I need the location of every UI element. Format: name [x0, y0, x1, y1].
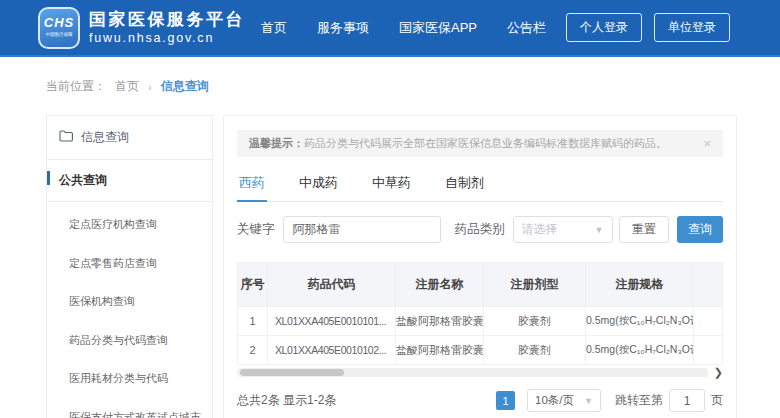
- breadcrumb-current: 信息查询: [161, 78, 209, 95]
- sidebar-section-label: 信息查询: [81, 129, 129, 146]
- main-nav: 首页服务事项国家医保APP公告栏: [261, 19, 546, 37]
- table-cell: [694, 336, 723, 365]
- site-title: 国家医保服务平台: [89, 10, 245, 30]
- breadcrumb: 当前位置： 首页 › 信息查询: [46, 78, 780, 95]
- notice-prefix: 温馨提示：: [249, 137, 304, 149]
- tab-western-medicine[interactable]: 西药: [237, 170, 267, 202]
- table-cell: XL01XXA405E0010102...: [268, 336, 396, 365]
- horizontal-scrollbar: ❯: [237, 367, 723, 378]
- unit-login-button[interactable]: 单位登录: [654, 13, 730, 42]
- table-row: 2XL01XXA405E0010102...盐酸阿那格雷胶囊胶囊剂0.5mg(按…: [238, 336, 723, 365]
- tab-chinese-patent-medicine[interactable]: 中成药: [297, 170, 340, 201]
- jump-suffix: 页: [711, 392, 723, 409]
- breadcrumb-home[interactable]: 首页: [115, 78, 139, 95]
- site-header: CHS 中国医疗保障 国家医保服务平台 fuwu.nhsa.gov.cn 首页服…: [0, 0, 780, 57]
- notice-body: 药品分类与代码展示全部在国家医保信息业务编码标准数据库赋码的药品。: [304, 137, 667, 149]
- category-placeholder: 请选择: [522, 221, 558, 238]
- tab-chinese-herbal-medicine[interactable]: 中草药: [370, 170, 413, 201]
- table-cell: 胶囊剂: [484, 307, 586, 336]
- content: 信息查询 公共查询 定点医疗机构查询定点零售药店查询医保机构查询药品分类与代码查…: [46, 115, 737, 418]
- page-size-value: 10条/页: [535, 393, 574, 408]
- column-header-4: 注册剂型: [484, 263, 586, 307]
- nav-item-service-items[interactable]: 服务事项: [317, 19, 369, 37]
- column-header-clipped: [694, 263, 723, 307]
- logo-subtext: 中国医疗保障: [46, 32, 73, 37]
- breadcrumb-separator-icon: ›: [148, 81, 152, 93]
- site-title-block: 国家医保服务平台 fuwu.nhsa.gov.cn: [89, 10, 245, 46]
- table-cell: [694, 307, 723, 336]
- search-button[interactable]: 查询: [677, 216, 723, 243]
- table-cell: 盐酸阿那格雷胶囊: [396, 307, 484, 336]
- breadcrumb-prefix: 当前位置：: [46, 78, 106, 95]
- jump-prefix: 跳转至第: [615, 392, 663, 409]
- sidebar-item-3[interactable]: 医保机构查询: [47, 282, 212, 321]
- personal-login-button[interactable]: 个人登录: [566, 13, 642, 42]
- table-cell: 胶囊剂: [484, 336, 586, 365]
- chevron-down-icon: ▼: [584, 396, 593, 406]
- login-buttons: 个人登录单位登录: [566, 13, 730, 42]
- category-select[interactable]: 请选择 ▼: [513, 216, 613, 243]
- page-size-select[interactable]: 10条/页 ▼: [527, 389, 601, 412]
- pagination-bar: 总共2条 显示1-2条 1 10条/页 ▼ 跳转至第 页: [237, 389, 723, 412]
- chevron-down-icon: ▼: [595, 225, 604, 235]
- sidebar-list: 定点医疗机构查询定点零售药店查询医保机构查询药品分类与代码查询医用耗材分类与代码…: [47, 202, 212, 418]
- keyword-label: 关键字: [237, 221, 275, 238]
- table-cell: 盐酸阿那格雷胶囊: [396, 336, 484, 365]
- scrollbar-track[interactable]: [237, 368, 708, 377]
- column-header-3: 注册名称: [396, 263, 484, 307]
- site-logo[interactable]: CHS 中国医疗保障: [38, 7, 80, 49]
- tab-self-prepared[interactable]: 自制剂: [443, 170, 486, 201]
- table-cell: 1: [238, 307, 268, 336]
- nav-item-bulletin[interactable]: 公告栏: [507, 19, 546, 37]
- drug-table: 序号药品代码注册名称注册剂型注册规格 1XL01XXA405E0010101..…: [237, 262, 723, 378]
- reset-button[interactable]: 重置: [619, 216, 669, 243]
- column-header-2: 药品代码: [268, 263, 396, 307]
- nav-item-home[interactable]: 首页: [261, 19, 287, 37]
- keyword-input[interactable]: [283, 216, 441, 243]
- table-cell: XL01XXA405E0010101...: [268, 307, 396, 336]
- table-header-row: 序号药品代码注册名称注册剂型注册规格: [238, 263, 723, 307]
- column-header-5: 注册规格: [586, 263, 694, 307]
- scroll-right-icon[interactable]: ❯: [714, 367, 723, 378]
- jump-page-input[interactable]: [669, 389, 705, 412]
- sidebar: 信息查询 公共查询 定点医疗机构查询定点零售药店查询医保机构查询药品分类与代码查…: [46, 115, 213, 418]
- sidebar-item-4[interactable]: 药品分类与代码查询: [47, 321, 212, 360]
- sidebar-item-2[interactable]: 定点零售药店查询: [47, 244, 212, 283]
- pagination-total: 总共2条 显示1-2条: [237, 392, 336, 409]
- table-cell: 0.5mg(按C₁₀H₇Cl₂N₃O计): [586, 307, 694, 336]
- notice-text: 温馨提示：药品分类与代码展示全部在国家医保信息业务编码标准数据库赋码的药品。: [249, 136, 695, 151]
- page: CHS 中国医疗保障 国家医保服务平台 fuwu.nhsa.gov.cn 首页服…: [0, 0, 780, 418]
- sidebar-item-6[interactable]: 医保支付方式改革试点城市: [47, 398, 212, 418]
- notice-banner: 温馨提示：药品分类与代码展示全部在国家医保信息业务编码标准数据库赋码的药品。 ×: [237, 130, 723, 157]
- sidebar-item-5[interactable]: 医用耗材分类与代码: [47, 359, 212, 398]
- table-row: 1XL01XXA405E0010101...盐酸阿那格雷胶囊胶囊剂0.5mg(按…: [238, 307, 723, 336]
- sidebar-section-header[interactable]: 信息查询: [47, 116, 212, 160]
- sidebar-item-1[interactable]: 定点医疗机构查询: [47, 205, 212, 244]
- column-header-1: 序号: [238, 263, 268, 307]
- table-cell: 0.5mg(按C₁₀H₇Cl₂N₃O计): [586, 336, 694, 365]
- logo-text: CHS: [44, 16, 74, 29]
- close-icon[interactable]: ×: [703, 137, 711, 150]
- main-panel: 温馨提示：药品分类与代码展示全部在国家医保信息业务编码标准数据库赋码的药品。 ×…: [223, 115, 737, 418]
- category-label: 药品类别: [455, 221, 505, 238]
- site-url: fuwu.nhsa.gov.cn: [89, 31, 245, 45]
- table-cell: 2: [238, 336, 268, 365]
- page-jump: 跳转至第 页: [615, 389, 723, 412]
- nav-item-nhsa-app[interactable]: 国家医保APP: [399, 19, 477, 37]
- folder-icon: [59, 130, 73, 145]
- filter-bar: 关键字 药品类别 请选择 ▼ 重置 查询: [237, 216, 723, 243]
- tab-bar: 西药中成药中草药自制剂: [237, 170, 723, 202]
- page-button-1[interactable]: 1: [496, 391, 515, 410]
- sidebar-group-public-query[interactable]: 公共查询: [47, 160, 212, 202]
- scrollbar-thumb[interactable]: [240, 369, 344, 376]
